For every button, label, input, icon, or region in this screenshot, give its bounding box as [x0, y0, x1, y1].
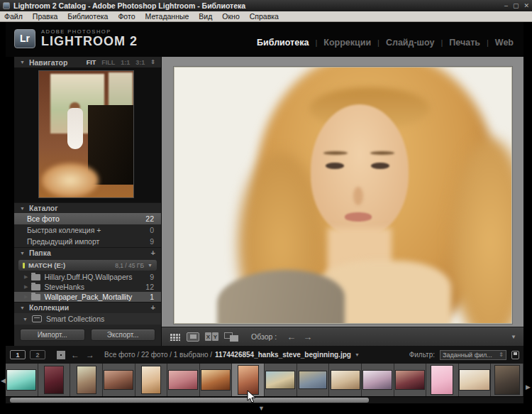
breadcrumb-dropdown-icon[interactable]: ▼: [355, 352, 360, 357]
folder-icon: [31, 284, 40, 290]
catalog-title: Каталог: [29, 204, 58, 212]
module-print[interactable]: Печать: [449, 38, 480, 48]
next-photo-icon[interactable]: →: [86, 350, 94, 360]
disclosure-icon[interactable]: ▶: [24, 294, 28, 300]
thumbnail-image: [266, 371, 294, 388]
folder-item-stevehanks[interactable]: ▶ SteveHanks 12: [14, 282, 161, 292]
filmstrip-thumbnail[interactable]: [329, 364, 362, 396]
folder-item-wallpaper-pack[interactable]: ▶ Wallpaper_Pack_Mortallity 1: [14, 292, 161, 302]
catalog-item-all-photos[interactable]: Все фото 22: [14, 213, 161, 224]
filmstrip-scroll-left-icon[interactable]: ◀: [1, 377, 6, 384]
menu-file[interactable]: Файл: [4, 12, 23, 21]
module-separator: |: [487, 38, 489, 47]
filmstrip-thumbnail[interactable]: [426, 364, 459, 396]
filmstrip-scrollbar: [6, 397, 523, 403]
menu-metadata[interactable]: Метаданные: [145, 12, 189, 21]
zoom-fit-button[interactable]: FIT: [87, 59, 96, 66]
identity-plate: Lr ADOBE PHOTOSHOP LIGHTROOM 2: [14, 28, 138, 48]
filmstrip-thumbnail[interactable]: [38, 364, 71, 396]
filmstrip-thumbnail[interactable]: [362, 364, 394, 396]
filmstrip-thumbnail[interactable]: [200, 364, 233, 396]
filmstrip-thumbnails: [6, 364, 523, 396]
menu-library[interactable]: Библиотека: [67, 12, 108, 21]
navigator-header[interactable]: ▼ Навигатор FIT FILL 1:1 3:1 ⇕: [14, 57, 161, 67]
add-collection-button[interactable]: +: [151, 303, 155, 312]
filter-toggle-icon[interactable]: [511, 351, 519, 359]
minimize-icon[interactable]: –: [504, 2, 508, 9]
menu-help[interactable]: Справка: [250, 12, 279, 21]
folders-header[interactable]: ▼ Папка +: [14, 247, 161, 258]
catalog-item-previous-import[interactable]: Предыдущий импорт 9: [14, 236, 161, 247]
filmstrip-thumbnail[interactable]: [103, 364, 135, 396]
filmstrip-thumbnail[interactable]: [70, 364, 103, 396]
toolbar-options-icon[interactable]: ▼: [511, 334, 516, 340]
breadcrumb[interactable]: Все фото / 22 фото / 1 выбрано /: [104, 351, 212, 359]
thumbnail-image: [201, 370, 230, 390]
previous-photo-icon[interactable]: ←: [287, 332, 296, 342]
filmstrip-thumbnail[interactable]: [135, 364, 168, 396]
filmstrip-thumbnail[interactable]: [459, 364, 492, 396]
hide-filmstrip-icon[interactable]: ▼: [258, 405, 265, 412]
go-to-grid-icon[interactable]: [57, 351, 65, 359]
folder-icon: [31, 274, 40, 280]
add-folder-button[interactable]: +: [151, 249, 155, 257]
navigator-preview[interactable]: [14, 67, 161, 202]
title-bar[interactable]: Lightroom 2 Catalog - Adobe Photoshop Li…: [0, 0, 532, 11]
filter-dropdown[interactable]: Заданный фил... ⇕: [440, 350, 506, 360]
filmstrip-thumbnail[interactable]: [265, 364, 297, 396]
volume-space: 8,1 / 45 ГБ: [115, 262, 144, 269]
filmstrip-thumbnail[interactable]: [491, 364, 523, 396]
catalog-header[interactable]: ▼ Каталог: [14, 202, 161, 213]
collections-header[interactable]: ▼ Коллекции +: [14, 302, 161, 312]
compare-view-icon[interactable]: XY: [205, 332, 218, 342]
module-slideshow[interactable]: Слайд-шоу: [386, 38, 435, 48]
zoom-1-1-button[interactable]: 1:1: [121, 59, 130, 66]
menu-edit[interactable]: Правка: [33, 12, 57, 21]
grid-view-icon[interactable]: [169, 332, 181, 342]
folder-count: 9: [150, 273, 154, 281]
zoom-fill-button[interactable]: FILL: [101, 59, 115, 66]
lightroom-logo: Lr: [14, 29, 35, 48]
filmstrip-thumbnail[interactable]: [394, 364, 427, 396]
filmstrip-scrollbar-thumb[interactable]: [10, 398, 369, 403]
chevron-down-icon[interactable]: ▼: [23, 317, 28, 322]
disclosure-icon[interactable]: ▶: [24, 274, 28, 280]
folder-item-hillary-duff[interactable]: ▶ Hillary.Duff.HQ.Wallpapers 9: [14, 272, 161, 282]
menu-window[interactable]: Окно: [222, 12, 239, 21]
main-window-button[interactable]: 1: [10, 350, 26, 359]
import-button[interactable]: Импорт...: [20, 329, 85, 341]
disclosure-icon[interactable]: ▶: [24, 284, 28, 290]
filmstrip-thumbnail[interactable]: [167, 364, 200, 396]
next-photo-icon[interactable]: →: [303, 332, 312, 342]
close-icon[interactable]: ✕: [523, 2, 529, 9]
thumbnail-image: [331, 371, 360, 389]
chevron-down-icon[interactable]: ▼: [148, 263, 153, 268]
survey-view-icon[interactable]: [224, 332, 238, 342]
maximize-icon[interactable]: ▢: [513, 2, 519, 9]
collection-item-smart-collections[interactable]: ▼ Smart Collections: [14, 313, 161, 325]
previous-photo-icon[interactable]: ←: [71, 350, 79, 360]
filmstrip-thumbnail[interactable]: [232, 364, 265, 396]
filmstrip-thumbnail[interactable]: [297, 364, 330, 396]
catalog-item-quick-collection[interactable]: Быстрая коллекция + 0: [14, 224, 161, 236]
catalog-item-label: Быстрая коллекция +: [27, 226, 101, 234]
thumbnail-image: [77, 366, 96, 393]
filmstrip-thumbnail[interactable]: [6, 364, 38, 396]
menu-photo[interactable]: Фото: [118, 12, 135, 21]
main-photo[interactable]: [174, 67, 512, 324]
zoom-spinner-icon[interactable]: ⇕: [150, 59, 155, 65]
catalog-item-count: 0: [150, 226, 154, 234]
chevron-down-icon: ▼: [20, 60, 25, 65]
zoom-3-1-button[interactable]: 3:1: [135, 59, 145, 66]
filter-spinner-icon: ⇕: [499, 352, 504, 358]
module-develop[interactable]: Коррекции: [323, 38, 371, 48]
module-library[interactable]: Библиотека: [257, 38, 309, 48]
volume-bar[interactable]: MATCH (E:) 8,1 / 45 ГБ ▼: [18, 260, 157, 271]
export-button[interactable]: Экспорт...: [91, 329, 156, 341]
folder-label: Hillary.Duff.HQ.Wallpapers: [44, 273, 132, 281]
filmstrip-scroll-right-icon[interactable]: ▶: [526, 383, 531, 391]
menu-view[interactable]: Вид: [199, 12, 212, 21]
loupe-view-icon[interactable]: [187, 332, 199, 342]
second-window-button[interactable]: 2: [30, 350, 45, 359]
module-web[interactable]: Web: [495, 38, 514, 48]
